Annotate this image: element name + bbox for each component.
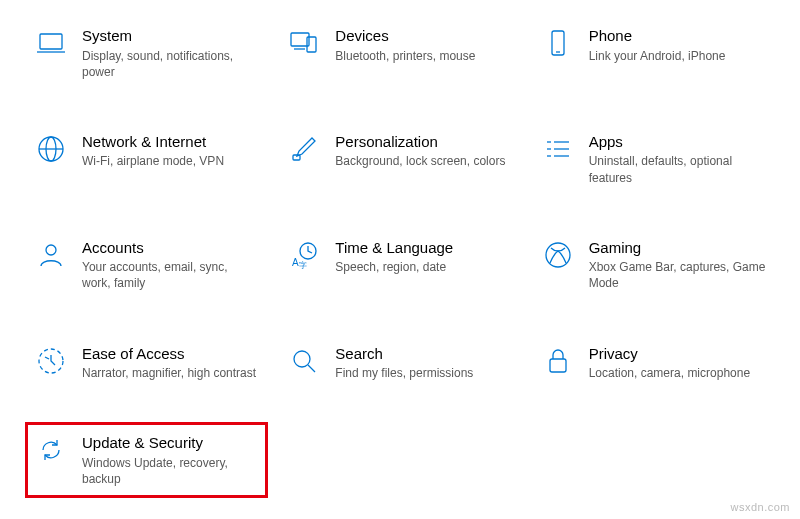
update-icon [34, 433, 68, 467]
tile-desc: Your accounts, email, sync, work, family [82, 259, 259, 291]
tile-desc: Display, sound, notifications, power [82, 48, 259, 80]
tile-title: Devices [335, 26, 512, 46]
tile-gaming[interactable]: Gaming Xbox Game Bar, captures, Game Mod… [537, 232, 770, 298]
svg-line-24 [308, 365, 315, 372]
lock-icon [541, 344, 575, 378]
tile-title: System [82, 26, 259, 46]
tile-phone[interactable]: Phone Link your Android, iPhone [537, 20, 770, 86]
ease-of-access-icon [34, 344, 68, 378]
watermark: wsxdn.com [730, 501, 790, 513]
system-icon [34, 26, 68, 60]
xbox-icon [541, 238, 575, 272]
tile-desc: Find my files, permissions [335, 365, 512, 381]
tile-desc: Wi-Fi, airplane mode, VPN [82, 153, 259, 169]
globe-icon [34, 132, 68, 166]
tile-desc: Narrator, magnifier, high contrast [82, 365, 259, 381]
tile-desc: Background, lock screen, colors [335, 153, 512, 169]
tile-apps[interactable]: Apps Uninstall, defaults, optional featu… [537, 126, 770, 192]
svg-rect-0 [40, 34, 62, 49]
devices-icon [287, 26, 321, 60]
tile-system[interactable]: System Display, sound, notifications, po… [30, 20, 263, 86]
tile-title: Network & Internet [82, 132, 259, 152]
tile-desc: Location, camera, microphone [589, 365, 766, 381]
tile-title: Ease of Access [82, 344, 259, 364]
tile-desc: Uninstall, defaults, optional features [589, 153, 766, 185]
tile-personalization[interactable]: Personalization Background, lock screen,… [283, 126, 516, 192]
tile-desc: Windows Update, recovery, backup [82, 455, 259, 487]
tile-devices[interactable]: Devices Bluetooth, printers, mouse [283, 20, 516, 86]
settings-grid: System Display, sound, notifications, po… [30, 20, 770, 493]
svg-text:A: A [292, 257, 299, 268]
tile-desc: Bluetooth, printers, mouse [335, 48, 512, 64]
svg-point-17 [46, 245, 56, 255]
svg-point-23 [294, 351, 310, 367]
person-icon [34, 238, 68, 272]
tile-title: Gaming [589, 238, 766, 258]
tile-title: Accounts [82, 238, 259, 258]
tile-title: Privacy [589, 344, 766, 364]
phone-icon [541, 26, 575, 60]
tile-title: Apps [589, 132, 766, 152]
tile-title: Update & Security [82, 433, 259, 453]
apps-icon [541, 132, 575, 166]
tile-title: Phone [589, 26, 766, 46]
tile-title: Personalization [335, 132, 512, 152]
tile-ease-of-access[interactable]: Ease of Access Narrator, magnifier, high… [30, 338, 263, 388]
tile-time-language[interactable]: A字 Time & Language Speech, region, date [283, 232, 516, 298]
tile-network[interactable]: Network & Internet Wi-Fi, airplane mode,… [30, 126, 263, 192]
time-language-icon: A字 [287, 238, 321, 272]
tile-title: Time & Language [335, 238, 512, 258]
tile-privacy[interactable]: Privacy Location, camera, microphone [537, 338, 770, 388]
tile-accounts[interactable]: Accounts Your accounts, email, sync, wor… [30, 232, 263, 298]
tile-search[interactable]: Search Find my files, permissions [283, 338, 516, 388]
svg-point-21 [546, 243, 570, 267]
svg-rect-25 [550, 359, 566, 372]
tile-title: Search [335, 344, 512, 364]
tile-desc: Speech, region, date [335, 259, 512, 275]
paintbrush-icon [287, 132, 321, 166]
tile-desc: Link your Android, iPhone [589, 48, 766, 64]
svg-text:字: 字 [299, 261, 307, 270]
search-icon [287, 344, 321, 378]
tile-update-security[interactable]: Update & Security Windows Update, recove… [30, 427, 263, 493]
svg-rect-2 [291, 33, 309, 46]
tile-desc: Xbox Game Bar, captures, Game Mode [589, 259, 766, 291]
